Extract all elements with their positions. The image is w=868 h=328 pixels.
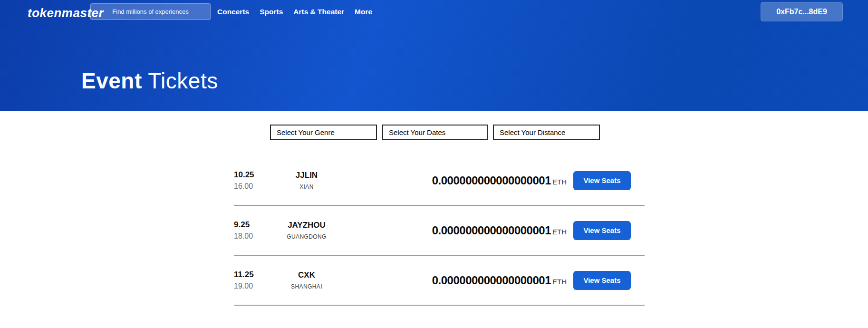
distance-select[interactable]: Select Your Distance [493, 125, 600, 140]
event-price-column: 0.000000000000000001 ETH [347, 174, 567, 187]
event-date-column: 10.25 16.00 [234, 170, 266, 191]
event-cost: 0.000000000000000001 [432, 274, 551, 287]
main-nav: Concerts Sports Arts & Theater More [217, 0, 372, 23]
view-seats-button[interactable]: View Seats [573, 171, 631, 190]
event-time: 18.00 [234, 232, 266, 241]
event-location: GUANGDONG [266, 233, 347, 240]
event-location: SHANGHAI [266, 283, 347, 290]
event-time: 16.00 [234, 182, 266, 191]
event-name-column: JJLIN XIAN [266, 171, 347, 190]
view-seats-button[interactable]: View Seats [573, 271, 631, 290]
wallet-address-button[interactable]: 0xFb7c...8dE9 [761, 2, 843, 21]
nav-item-more[interactable]: More [355, 8, 372, 16]
page-title-light: Tickets [142, 68, 218, 93]
page-title: Event Tickets [81, 68, 218, 94]
event-row: 9.25 18.00 JAYZHOU GUANGDONG 0.000000000… [234, 206, 645, 256]
nav-item-arts-theater[interactable]: Arts & Theater [293, 8, 344, 16]
event-date: 10.25 [234, 170, 266, 180]
event-date: 9.25 [234, 220, 266, 230]
filter-bar: Select Your Genre Select Your Dates Sele… [270, 125, 868, 140]
event-currency: ETH [552, 278, 567, 286]
event-cost: 0.000000000000000001 [432, 224, 551, 237]
event-price-column: 0.000000000000000001 ETH [347, 224, 567, 237]
event-date-column: 11.25 19.00 [234, 270, 266, 290]
event-row: 10.25 16.00 JJLIN XIAN 0.000000000000000… [234, 156, 645, 206]
event-time: 19.00 [234, 282, 266, 290]
event-currency: ETH [552, 228, 567, 236]
event-date-column: 9.25 18.00 [234, 220, 266, 241]
hero-header: tokenmaster Concerts Sports Arts & Theat… [0, 0, 868, 111]
event-cost: 0.000000000000000001 [432, 174, 551, 187]
event-price-column: 0.000000000000000001 ETH [347, 274, 567, 287]
nav-item-sports[interactable]: Sports [260, 8, 283, 16]
event-list: 10.25 16.00 JJLIN XIAN 0.000000000000000… [234, 156, 645, 306]
view-seats-button[interactable]: View Seats [573, 221, 631, 240]
event-date: 11.25 [234, 270, 266, 280]
page-title-bold: Event [81, 68, 142, 93]
event-row: 11.25 19.00 CXK SHANGHAI 0.0000000000000… [234, 256, 645, 306]
nav-item-concerts[interactable]: Concerts [217, 8, 249, 16]
search-input[interactable] [90, 3, 211, 20]
dates-select[interactable]: Select Your Dates [382, 125, 488, 140]
event-name-column: JAYZHOU GUANGDONG [266, 221, 347, 240]
event-name: CXK [266, 270, 347, 280]
event-name: JJLIN [266, 171, 347, 180]
event-name-column: CXK SHANGHAI [266, 270, 347, 290]
genre-select[interactable]: Select Your Genre [270, 125, 377, 140]
event-name: JAYZHOU [266, 221, 347, 230]
event-location: XIAN [266, 183, 347, 190]
event-currency: ETH [552, 178, 567, 186]
